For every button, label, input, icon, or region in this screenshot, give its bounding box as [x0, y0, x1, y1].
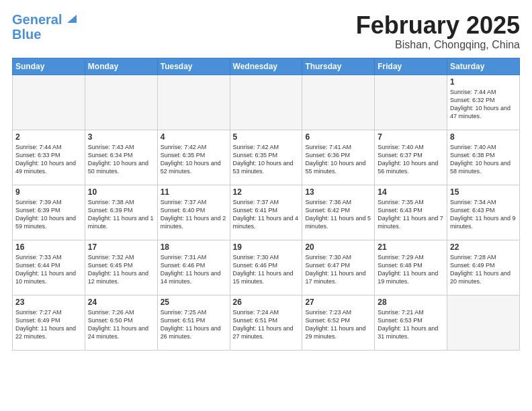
cell-info: Sunrise: 7:28 AM Sunset: 6:49 PM Dayligh… — [450, 253, 517, 286]
logo-line2: Blue — [12, 27, 77, 42]
cell-info: Sunrise: 7:42 AM Sunset: 6:35 PM Dayligh… — [161, 143, 227, 176]
calendar-cell: 2Sunrise: 7:44 AM Sunset: 6:33 PM Daylig… — [13, 130, 85, 185]
calendar-cell: 26Sunrise: 7:24 AM Sunset: 6:51 PM Dayli… — [230, 295, 302, 350]
calendar-cell: 8Sunrise: 7:40 AM Sunset: 6:38 PM Daylig… — [447, 130, 520, 185]
calendar-cell: 12Sunrise: 7:37 AM Sunset: 6:41 PM Dayli… — [230, 185, 302, 240]
calendar-cell: 22Sunrise: 7:28 AM Sunset: 6:49 PM Dayli… — [447, 240, 520, 295]
week-row-1: 2Sunrise: 7:44 AM Sunset: 6:33 PM Daylig… — [13, 130, 520, 185]
calendar-cell: 5Sunrise: 7:42 AM Sunset: 6:35 PM Daylig… — [230, 130, 302, 185]
day-number: 16 — [15, 242, 82, 252]
calendar-cell: 18Sunrise: 7:31 AM Sunset: 6:46 PM Dayli… — [157, 240, 230, 295]
calendar-cell: 19Sunrise: 7:30 AM Sunset: 6:46 PM Dayli… — [230, 240, 302, 295]
cell-info: Sunrise: 7:30 AM Sunset: 6:47 PM Dayligh… — [305, 253, 371, 286]
calendar-cell — [375, 75, 447, 130]
weekday-header-row: SundayMondayTuesdayWednesdayThursdayFrid… — [13, 58, 520, 75]
cell-info: Sunrise: 7:31 AM Sunset: 6:46 PM Dayligh… — [161, 253, 227, 286]
day-number: 24 — [88, 298, 154, 307]
calendar-cell: 13Sunrise: 7:36 AM Sunset: 6:42 PM Dayli… — [302, 185, 375, 240]
logo-icon — [64, 12, 77, 24]
day-number: 6 — [305, 132, 371, 142]
day-number: 11 — [161, 187, 227, 197]
day-number: 7 — [378, 132, 444, 142]
cell-info: Sunrise: 7:44 AM Sunset: 6:33 PM Dayligh… — [15, 143, 82, 176]
cell-info: Sunrise: 7:27 AM Sunset: 6:49 PM Dayligh… — [15, 308, 82, 341]
calendar-cell: 4Sunrise: 7:42 AM Sunset: 6:35 PM Daylig… — [157, 130, 230, 185]
location: Bishan, Chongqing, China — [356, 39, 520, 51]
cell-info: Sunrise: 7:43 AM Sunset: 6:34 PM Dayligh… — [88, 143, 154, 176]
cell-info: Sunrise: 7:34 AM Sunset: 6:43 PM Dayligh… — [450, 198, 517, 231]
week-row-3: 16Sunrise: 7:33 AM Sunset: 6:44 PM Dayli… — [13, 240, 520, 295]
day-number: 28 — [378, 298, 444, 307]
calendar-cell: 11Sunrise: 7:37 AM Sunset: 6:40 PM Dayli… — [157, 185, 230, 240]
cell-info: Sunrise: 7:35 AM Sunset: 6:43 PM Dayligh… — [378, 198, 444, 231]
day-number: 12 — [233, 187, 300, 197]
week-row-4: 23Sunrise: 7:27 AM Sunset: 6:49 PM Dayli… — [13, 295, 520, 350]
day-number: 5 — [233, 132, 300, 142]
calendar-cell — [447, 295, 520, 350]
day-number: 3 — [88, 132, 154, 142]
calendar-cell: 16Sunrise: 7:33 AM Sunset: 6:44 PM Dayli… — [13, 240, 85, 295]
cell-info: Sunrise: 7:24 AM Sunset: 6:51 PM Dayligh… — [233, 308, 300, 341]
cell-info: Sunrise: 7:33 AM Sunset: 6:44 PM Dayligh… — [15, 253, 82, 286]
day-number: 1 — [450, 77, 517, 87]
calendar-table: SundayMondayTuesdayWednesdayThursdayFrid… — [12, 58, 520, 351]
calendar-cell: 21Sunrise: 7:29 AM Sunset: 6:48 PM Dayli… — [375, 240, 447, 295]
cell-info: Sunrise: 7:39 AM Sunset: 6:39 PM Dayligh… — [15, 198, 82, 231]
calendar-cell — [85, 75, 157, 130]
calendar-cell: 1Sunrise: 7:44 AM Sunset: 6:32 PM Daylig… — [447, 75, 520, 130]
weekday-saturday: Saturday — [447, 58, 520, 75]
cell-info: Sunrise: 7:40 AM Sunset: 6:37 PM Dayligh… — [378, 143, 444, 176]
title-block: February 2025 Bishan, Chongqing, China — [356, 12, 520, 51]
calendar-cell — [230, 75, 302, 130]
cell-info: Sunrise: 7:23 AM Sunset: 6:52 PM Dayligh… — [305, 308, 371, 341]
cell-info: Sunrise: 7:30 AM Sunset: 6:46 PM Dayligh… — [233, 253, 300, 286]
weekday-monday: Monday — [85, 58, 157, 75]
day-number: 8 — [450, 132, 517, 142]
logo-line1: General — [12, 12, 62, 27]
calendar-cell: 15Sunrise: 7:34 AM Sunset: 6:43 PM Dayli… — [447, 185, 520, 240]
day-number: 17 — [88, 242, 154, 252]
day-number: 10 — [88, 187, 154, 197]
calendar-cell — [13, 75, 85, 130]
logo: General Blue — [12, 12, 77, 42]
day-number: 25 — [161, 298, 227, 307]
calendar-cell: 28Sunrise: 7:21 AM Sunset: 6:53 PM Dayli… — [375, 295, 447, 350]
cell-info: Sunrise: 7:37 AM Sunset: 6:40 PM Dayligh… — [161, 198, 227, 231]
day-number: 18 — [161, 242, 227, 252]
cell-info: Sunrise: 7:38 AM Sunset: 6:39 PM Dayligh… — [88, 198, 154, 231]
day-number: 23 — [15, 298, 82, 307]
cell-info: Sunrise: 7:26 AM Sunset: 6:50 PM Dayligh… — [88, 308, 154, 341]
calendar-cell: 9Sunrise: 7:39 AM Sunset: 6:39 PM Daylig… — [13, 185, 85, 240]
weekday-thursday: Thursday — [302, 58, 375, 75]
calendar-cell: 27Sunrise: 7:23 AM Sunset: 6:52 PM Dayli… — [302, 295, 375, 350]
calendar-cell: 3Sunrise: 7:43 AM Sunset: 6:34 PM Daylig… — [85, 130, 157, 185]
calendar-cell: 14Sunrise: 7:35 AM Sunset: 6:43 PM Dayli… — [375, 185, 447, 240]
day-number: 15 — [450, 187, 517, 197]
calendar-cell — [157, 75, 230, 130]
cell-info: Sunrise: 7:42 AM Sunset: 6:35 PM Dayligh… — [233, 143, 300, 176]
week-row-0: 1Sunrise: 7:44 AM Sunset: 6:32 PM Daylig… — [13, 75, 520, 130]
day-number: 26 — [233, 298, 300, 307]
cell-info: Sunrise: 7:41 AM Sunset: 6:36 PM Dayligh… — [305, 143, 371, 176]
month-title: February 2025 — [356, 12, 520, 39]
cell-info: Sunrise: 7:21 AM Sunset: 6:53 PM Dayligh… — [378, 308, 444, 341]
day-number: 19 — [233, 242, 300, 252]
calendar-cell: 24Sunrise: 7:26 AM Sunset: 6:50 PM Dayli… — [85, 295, 157, 350]
day-number: 2 — [15, 132, 82, 142]
calendar-cell: 7Sunrise: 7:40 AM Sunset: 6:37 PM Daylig… — [375, 130, 447, 185]
page: General Blue February 2025 Bishan, Chong… — [0, 0, 532, 411]
day-number: 4 — [161, 132, 227, 142]
cell-info: Sunrise: 7:36 AM Sunset: 6:42 PM Dayligh… — [305, 198, 371, 231]
cell-info: Sunrise: 7:29 AM Sunset: 6:48 PM Dayligh… — [378, 253, 444, 286]
calendar-cell: 23Sunrise: 7:27 AM Sunset: 6:49 PM Dayli… — [13, 295, 85, 350]
weekday-wednesday: Wednesday — [230, 58, 302, 75]
cell-info: Sunrise: 7:25 AM Sunset: 6:51 PM Dayligh… — [161, 308, 227, 341]
svg-marker-0 — [67, 15, 77, 23]
logo-text: General — [12, 12, 62, 27]
day-number: 20 — [305, 242, 371, 252]
weekday-friday: Friday — [375, 58, 447, 75]
week-row-2: 9Sunrise: 7:39 AM Sunset: 6:39 PM Daylig… — [13, 185, 520, 240]
header: General Blue February 2025 Bishan, Chong… — [12, 12, 520, 51]
calendar-cell — [302, 75, 375, 130]
cell-info: Sunrise: 7:37 AM Sunset: 6:41 PM Dayligh… — [233, 198, 300, 231]
